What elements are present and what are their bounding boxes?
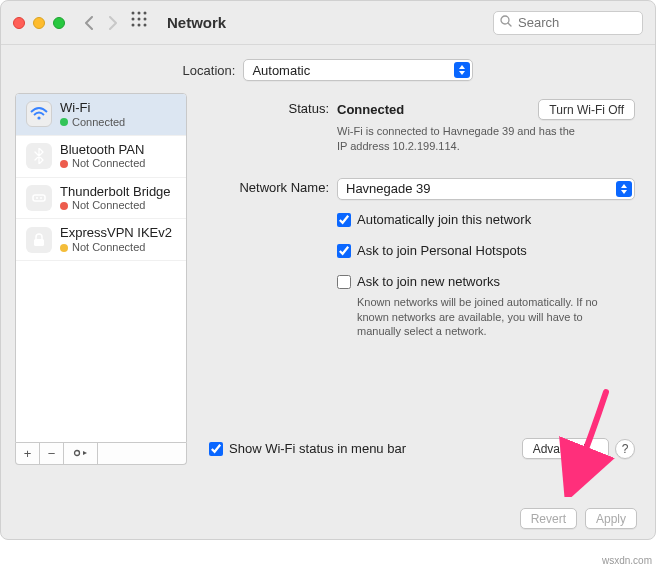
svg-point-0 bbox=[132, 11, 135, 14]
service-name: Wi-Fi bbox=[60, 100, 125, 116]
sidebar: Wi-Fi Connected Bluetooth PAN Not Connec… bbox=[15, 93, 187, 465]
network-name-label: Network Name: bbox=[199, 178, 337, 195]
back-button[interactable] bbox=[77, 11, 101, 35]
service-bluetooth-pan[interactable]: Bluetooth PAN Not Connected bbox=[16, 136, 186, 178]
svg-point-8 bbox=[144, 23, 147, 26]
auto-join-label: Automatically join this network bbox=[357, 212, 531, 227]
service-name: Thunderbolt Bridge bbox=[60, 184, 171, 200]
search-icon bbox=[500, 15, 512, 30]
ask-hotspot-row: Ask to join Personal Hotspots bbox=[199, 243, 635, 258]
ask-new-networks-checkbox[interactable] bbox=[337, 275, 351, 289]
svg-point-5 bbox=[144, 17, 147, 20]
location-label: Location: bbox=[183, 63, 236, 78]
status-dot-icon bbox=[60, 202, 68, 210]
ask-new-networks-row: Ask to join new networks Known networks … bbox=[199, 274, 635, 340]
svg-point-3 bbox=[132, 17, 135, 20]
location-row: Location: Automatic bbox=[1, 45, 655, 93]
svg-point-4 bbox=[138, 17, 141, 20]
status-row: Status: Connected Turn Wi-Fi Off Wi-Fi i… bbox=[199, 99, 635, 154]
bluetooth-icon bbox=[26, 143, 52, 169]
lock-icon bbox=[26, 227, 52, 253]
network-name-row: Network Name: Havnegade 39 bbox=[199, 178, 635, 200]
close-icon[interactable] bbox=[13, 17, 25, 29]
advanced-button[interactable]: Advanced… bbox=[522, 438, 609, 459]
svg-point-16 bbox=[74, 450, 79, 455]
traffic-lights bbox=[13, 17, 65, 29]
search-field[interactable] bbox=[493, 11, 643, 35]
forward-button[interactable] bbox=[101, 11, 125, 35]
add-service-button[interactable]: + bbox=[16, 443, 40, 464]
svg-point-11 bbox=[37, 117, 40, 120]
service-expressvpn[interactable]: ExpressVPN IKEv2 Not Connected bbox=[16, 219, 186, 261]
footer: Revert Apply bbox=[520, 508, 637, 529]
status-label: Status: bbox=[199, 99, 337, 116]
bottom-row: Show Wi-Fi status in menu bar Advanced… … bbox=[199, 438, 635, 465]
svg-line-10 bbox=[508, 23, 511, 26]
show-wifi-status-label: Show Wi-Fi status in menu bar bbox=[229, 441, 522, 456]
status-dot-icon bbox=[60, 244, 68, 252]
watermark: wsxdn.com bbox=[602, 555, 652, 566]
status-dot-icon bbox=[60, 160, 68, 168]
ask-new-networks-desc: Known networks will be joined automatica… bbox=[357, 295, 607, 340]
location-select[interactable]: Automatic bbox=[243, 59, 473, 81]
svg-point-7 bbox=[138, 23, 141, 26]
svg-point-2 bbox=[144, 11, 147, 14]
svg-point-6 bbox=[132, 23, 135, 26]
service-wifi[interactable]: Wi-Fi Connected bbox=[16, 94, 186, 136]
location-value: Automatic bbox=[252, 63, 310, 78]
auto-join-row: Automatically join this network bbox=[199, 212, 635, 227]
titlebar: Network bbox=[1, 1, 655, 45]
svg-rect-15 bbox=[34, 239, 44, 246]
service-name: ExpressVPN IKEv2 bbox=[60, 225, 172, 241]
svg-point-1 bbox=[138, 11, 141, 14]
search-input[interactable] bbox=[516, 14, 636, 31]
status-description: Wi-Fi is connected to Havnegade 39 and h… bbox=[337, 124, 587, 154]
network-preferences-window: Network Location: Automatic bbox=[0, 0, 656, 540]
status-dot-icon bbox=[60, 118, 68, 126]
detail-pane: Status: Connected Turn Wi-Fi Off Wi-Fi i… bbox=[199, 93, 641, 465]
body: Wi-Fi Connected Bluetooth PAN Not Connec… bbox=[1, 93, 655, 465]
network-name-select[interactable]: Havnegade 39 bbox=[337, 178, 635, 200]
show-wifi-status-checkbox[interactable] bbox=[209, 442, 223, 456]
service-list-toolbar: + − bbox=[15, 443, 187, 465]
auto-join-checkbox[interactable] bbox=[337, 213, 351, 227]
revert-button[interactable]: Revert bbox=[520, 508, 577, 529]
remove-service-button[interactable]: − bbox=[40, 443, 64, 464]
chevron-updown-icon bbox=[454, 62, 470, 78]
svg-point-13 bbox=[36, 197, 38, 199]
service-name: Bluetooth PAN bbox=[60, 142, 145, 158]
show-all-icon[interactable] bbox=[131, 11, 155, 35]
minimize-icon[interactable] bbox=[33, 17, 45, 29]
toggle-wifi-button[interactable]: Turn Wi-Fi Off bbox=[538, 99, 635, 120]
window-title: Network bbox=[167, 14, 226, 31]
chevron-updown-icon bbox=[616, 181, 632, 197]
ask-new-networks-label: Ask to join new networks bbox=[357, 274, 500, 289]
service-thunderbolt-bridge[interactable]: Thunderbolt Bridge Not Connected bbox=[16, 178, 186, 220]
service-list[interactable]: Wi-Fi Connected Bluetooth PAN Not Connec… bbox=[15, 93, 187, 443]
zoom-icon[interactable] bbox=[53, 17, 65, 29]
apply-button[interactable]: Apply bbox=[585, 508, 637, 529]
ask-hotspot-checkbox[interactable] bbox=[337, 244, 351, 258]
thunderbolt-icon bbox=[26, 185, 52, 211]
status-value: Connected bbox=[337, 102, 404, 117]
svg-point-14 bbox=[40, 197, 42, 199]
ask-hotspot-label: Ask to join Personal Hotspots bbox=[357, 243, 527, 258]
wifi-icon bbox=[26, 101, 52, 127]
svg-rect-12 bbox=[33, 195, 45, 201]
network-name-value: Havnegade 39 bbox=[346, 181, 431, 196]
help-button[interactable]: ? bbox=[615, 439, 635, 459]
service-actions-button[interactable] bbox=[64, 443, 98, 464]
